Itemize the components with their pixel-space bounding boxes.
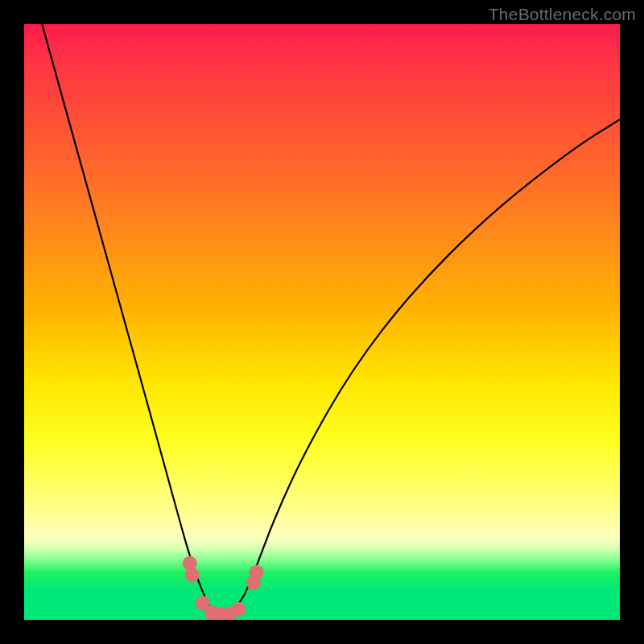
chart-frame: TheBottleneck.com xyxy=(0,0,644,644)
plot-area xyxy=(24,24,620,620)
highlight-markers xyxy=(183,556,264,620)
highlight-marker xyxy=(183,556,197,571)
highlight-marker xyxy=(250,565,264,580)
watermark-text: TheBottleneck.com xyxy=(489,5,636,24)
highlight-marker xyxy=(185,568,200,583)
highlight-marker xyxy=(231,602,246,617)
curve-layer xyxy=(24,24,620,620)
bottleneck-curve xyxy=(42,24,620,615)
